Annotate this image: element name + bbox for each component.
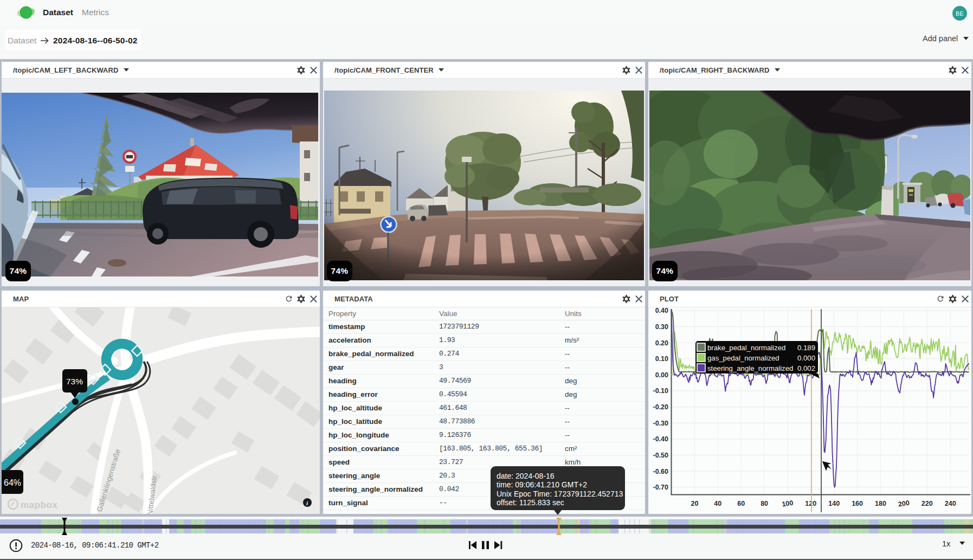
svg-text:0.10: 0.10 bbox=[655, 355, 668, 363]
svg-text:0.00: 0.00 bbox=[655, 371, 668, 379]
svg-text:-0.30: -0.30 bbox=[653, 420, 669, 427]
svg-text:200: 200 bbox=[898, 499, 910, 508]
svg-text:-0.60: -0.60 bbox=[653, 468, 669, 475]
svg-text:180: 180 bbox=[875, 500, 886, 507]
svg-text:mapbox: mapbox bbox=[21, 500, 57, 510]
svg-text:220: 220 bbox=[922, 500, 933, 507]
svg-text:100: 100 bbox=[782, 499, 794, 508]
svg-text:20: 20 bbox=[691, 500, 698, 507]
svg-text:140: 140 bbox=[828, 500, 840, 507]
svg-text:-0.50: -0.50 bbox=[653, 452, 669, 459]
svg-text:80: 80 bbox=[761, 500, 768, 507]
svg-text:0.40: 0.40 bbox=[655, 307, 668, 314]
svg-text:73%: 73% bbox=[66, 377, 83, 386]
svg-text:0.000: 0.000 bbox=[797, 354, 815, 362]
svg-text:steering_angle_normalized: steering_angle_normalized bbox=[707, 364, 793, 372]
svg-text:gas_pedal_normalized: gas_pedal_normalized bbox=[707, 354, 779, 362]
svg-text:60: 60 bbox=[737, 500, 745, 507]
svg-text:-0.40: -0.40 bbox=[653, 435, 669, 443]
svg-text:160: 160 bbox=[852, 500, 863, 507]
svg-text:0.002: 0.002 bbox=[797, 364, 815, 372]
svg-text:0.189: 0.189 bbox=[797, 344, 815, 352]
svg-text:0.20: 0.20 bbox=[655, 339, 668, 347]
svg-text:brake_pedal_normalized: brake_pedal_normalized bbox=[707, 344, 785, 352]
svg-text:40: 40 bbox=[714, 500, 721, 507]
svg-text:64%: 64% bbox=[4, 478, 21, 487]
svg-text:0.30: 0.30 bbox=[655, 323, 668, 331]
svg-text:-0.20: -0.20 bbox=[653, 403, 669, 411]
svg-text:120: 120 bbox=[805, 500, 816, 507]
svg-text:240: 240 bbox=[945, 500, 956, 507]
svg-text:-0.10: -0.10 bbox=[653, 387, 669, 395]
svg-text:-0.70: -0.70 bbox=[653, 484, 669, 491]
